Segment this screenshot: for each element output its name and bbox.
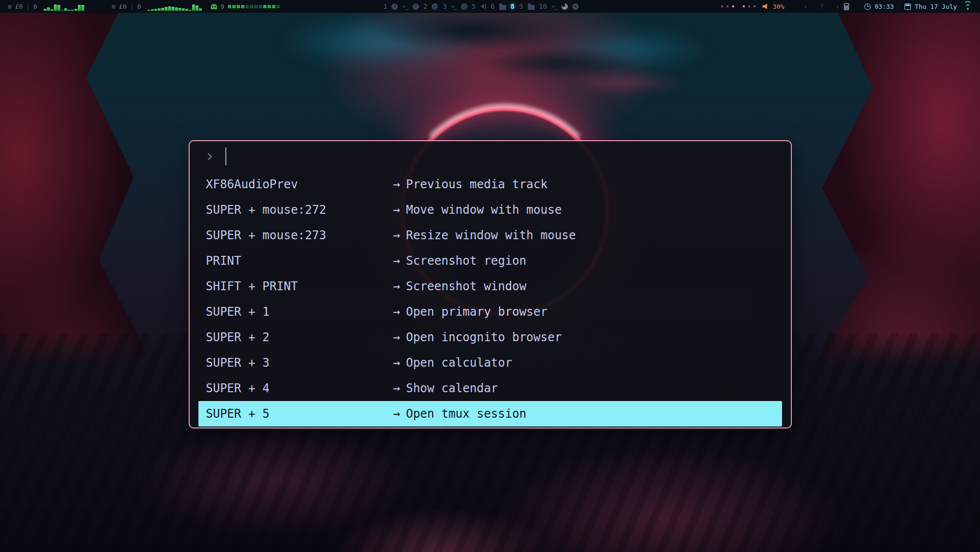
keybind-row[interactable]: XF86AudioPrev → Previous media track [190,172,791,197]
visualizer-bar [64,8,67,11]
status-dots [721,0,756,13]
keybind-combo: SUPER + mouse:273 [206,228,393,242]
calendar-icon [905,3,911,10]
separator: | [130,3,134,10]
workspace-item[interactable] [499,5,506,10]
keybind-row[interactable]: SUPER + mouse:273 → Resize window with m… [190,223,791,248]
workspace-item[interactable]: 2 [423,2,427,10]
desktop: ⊙ £0 | 0 ⊙ £0 | 0 9 1?>_?23>_568 [0,0,980,552]
wifi-widget[interactable] [963,0,972,13]
visualizer-bar [50,9,53,11]
workspace-item[interactable]: >_ [451,3,457,10]
text-cursor [225,148,226,165]
keybind-row[interactable]: SUPER + 5 → Open tmux session [198,401,782,427]
visualizer-bar [68,10,71,11]
workspace-item[interactable]: >_ [551,3,557,10]
help-button[interactable]: ? [819,2,823,10]
keybind-row[interactable]: SUPER + 2 → Open incognito browser [190,325,791,350]
status-dot [732,5,734,7]
workspace-item[interactable] [480,3,486,9]
block-segment [245,5,249,8]
volume-widget[interactable]: 30% [762,0,784,13]
workspace-item[interactable]: 5 [472,2,476,10]
workspace-item[interactable]: 1 [383,2,387,10]
date-widget[interactable]: Thu 17 July [905,0,957,13]
prev-button[interactable]: ‹ [804,2,808,10]
workspace-item[interactable]: ? [413,3,419,10]
network-count: 9 [220,3,224,10]
workspace-item[interactable]: 10 [539,2,547,10]
block-segment [276,5,280,8]
visualizer-bar [44,9,47,11]
workspace-item[interactable]: 9 [519,2,523,10]
workspace-item[interactable]: 8 [511,2,514,10]
keybind-combo: PRINT [206,254,393,268]
keybind-description: Screenshot window [406,279,526,293]
visualizer-bar [81,5,84,11]
visualizer-bar [189,10,192,11]
status-dot [754,5,756,7]
workspace-item[interactable]: ? [392,3,398,10]
block-segment [259,5,262,8]
visualizer-bar [182,8,185,11]
keybind-row[interactable]: SUPER + 3 → Open calculator [190,350,791,376]
clock-widget[interactable]: 03:33 [864,0,894,13]
visualizer-bar [147,10,150,11]
keybind-row[interactable]: SHIFT + PRINT → Screenshot window [190,274,791,299]
visualizer-bar [61,10,64,11]
top-bar: ⊙ £0 | 0 ⊙ £0 | 0 9 1?>_?23>_568 [0,0,980,13]
keybind-launcher: XF86AudioPrev → Previous media track SUP… [189,140,792,428]
speaker-icon [762,3,769,9]
visualizer-bar [71,10,74,11]
keybind-description: Open calculator [406,356,512,370]
keybind-row[interactable]: PRINT → Screenshot region [190,248,791,274]
visualizer-bar [185,9,188,11]
keybind-row[interactable]: SUPER + 4 → Show calendar [190,376,791,401]
audio-visualizer [147,2,202,11]
keybind-row[interactable]: SUPER + 1 → Open primary browser [190,299,791,325]
meter-value: 0 [33,3,37,10]
workspace-item[interactable]: 6 [490,2,494,10]
search-row[interactable] [190,141,791,172]
block-segment [263,5,267,8]
separator: | [26,3,30,10]
block-segment [241,5,245,8]
status-dot [721,5,723,7]
keybind-combo: SHIFT + PRINT [206,279,393,293]
record-icon: ⊙ [8,3,12,10]
visualizer-bar [165,7,168,11]
visualizer-bar [47,7,50,11]
workspace-item[interactable] [528,5,535,10]
visualizer-bar [175,7,178,11]
keybind-description: Open incognito browser [406,330,562,344]
audio-visualizer [44,2,84,11]
next-button[interactable]: › [835,2,839,10]
workspace-item[interactable]: 3 [442,2,446,10]
keybind-combo: XF86AudioPrev [206,177,393,191]
calculator-widget[interactable] [844,0,849,13]
arrow-icon: → [393,407,400,421]
visualizer-bar [78,5,81,11]
keybind-combo: SUPER + 1 [206,305,393,319]
arrow-icon: → [393,305,400,319]
record-icon: ⊙ [112,3,116,10]
volume-level: 30% [773,3,784,10]
workspace-item[interactable]: >_ [402,3,408,10]
network-widget: 9 [211,0,280,13]
visualizer-bar [168,6,171,11]
workspace-item[interactable] [461,3,467,10]
visualizer-bar [199,8,202,11]
workspace-item[interactable] [432,3,438,10]
workspace-item[interactable] [572,3,579,10]
visualizer-bar [151,9,154,11]
keybind-description: Open primary browser [406,305,547,319]
meter-label: £0 [119,3,127,10]
visualizer-bar [196,5,198,11]
keybind-row[interactable]: SUPER + mouse:272 → Move window with mou… [190,197,791,223]
workspace-switcher: 1?>_?23>_568910>_ [383,0,579,13]
block-segment [250,5,253,8]
workspace-item[interactable] [562,3,568,10]
calculator-icon [844,3,849,10]
visualizer-bar [158,8,161,11]
block-segment [254,5,258,8]
